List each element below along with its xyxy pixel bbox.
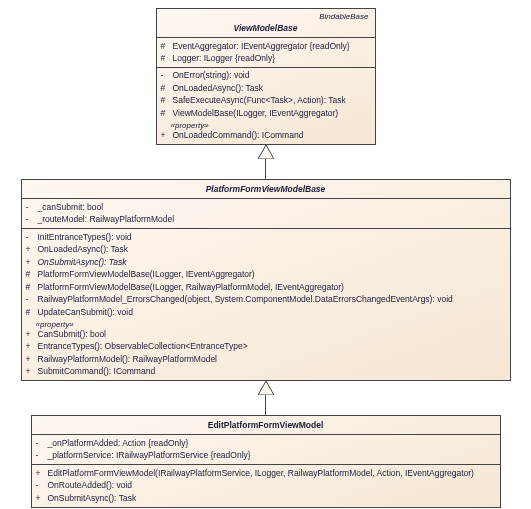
methods-compartment: +EditPlatformFormViewModel(IRailwayPlatf… — [32, 464, 500, 506]
method-row: #UpdateCanSubmit(): void — [22, 306, 510, 318]
visibility: - — [36, 480, 48, 491]
method: OnSubmitAsync(): Task — [48, 493, 496, 504]
property-row: +EntranceTypes(): ObservableCollection<E… — [22, 341, 510, 353]
class-editplatformformviewmodel: EditPlatformFormViewModel -_onPlatformAd… — [31, 415, 501, 507]
property-stereotype: «property» — [157, 120, 375, 130]
visibility: - — [26, 232, 38, 243]
field: EventAggregator: IEventAggregator {readO… — [173, 41, 371, 52]
methods-compartment: -OnError(string): void #OnLoadedAsync():… — [157, 67, 375, 144]
visibility: + — [26, 354, 38, 365]
field-row: -_routeModel: RailwayPlatformModel — [22, 214, 510, 226]
visibility: + — [36, 493, 48, 504]
property: EntranceTypes(): ObservableCollection<En… — [38, 341, 506, 352]
method: OnLoadedAsync(): Task — [173, 83, 371, 94]
fields-compartment: #EventAggregator: IEventAggregator {read… — [157, 37, 375, 67]
visibility: - — [161, 70, 173, 81]
visibility: - — [26, 214, 38, 225]
connector-line — [265, 395, 266, 415]
visibility: + — [36, 468, 48, 479]
visibility: + — [26, 257, 38, 268]
visibility: - — [26, 294, 38, 305]
method: PlatformFormViewModelBase(ILogger, IEven… — [38, 269, 506, 280]
field: _canSubmit: bool — [38, 202, 506, 213]
property: RailwayPlatformModel(): RailwayPlatformM… — [38, 354, 506, 365]
visibility: # — [26, 269, 38, 280]
method-row: +OnLoadedAsync(): Task — [22, 244, 510, 256]
visibility: + — [26, 244, 38, 255]
method: ViewModelBase(ILogger, IEventAggregator) — [173, 108, 371, 119]
field-row: -_onPlatformAdded: Action {readOnly} — [32, 437, 500, 449]
visibility: - — [36, 450, 48, 461]
visibility: + — [161, 130, 173, 141]
arrowhead-icon — [258, 381, 274, 395]
property: OnLoadedCommand(): ICommand — [173, 130, 371, 141]
method: RailwayPlatformModel_ErrorsChanged(objec… — [38, 294, 506, 305]
visibility: # — [26, 282, 38, 293]
method-row: #PlatformFormViewModelBase(ILogger, IEve… — [22, 269, 510, 281]
visibility: # — [161, 108, 173, 119]
property: CanSubmit(): bool — [38, 329, 506, 340]
method-row: +OnSubmitAsync(): Task — [22, 256, 510, 268]
visibility: # — [26, 307, 38, 318]
field-row: #EventAggregator: IEventAggregator {read… — [157, 40, 375, 52]
svg-marker-0 — [258, 145, 274, 159]
fields-compartment: -_onPlatformAdded: Action {readOnly} -_p… — [32, 434, 500, 464]
method: EditPlatformFormViewModel(IRailwayPlatfo… — [48, 468, 496, 479]
title-compartment: EditPlatformFormViewModel — [32, 416, 500, 434]
title-compartment: PlatformFormViewModelBase — [22, 180, 510, 198]
method-row: -InitEntranceTypes(): void — [22, 231, 510, 243]
class-viewmodelbase: BindableBase ViewModelBase #EventAggrega… — [156, 8, 376, 145]
visibility: # — [161, 41, 173, 52]
fields-compartment: -_canSubmit: bool -_routeModel: RailwayP… — [22, 198, 510, 228]
visibility: - — [26, 202, 38, 213]
property-row: +CanSubmit(): bool — [22, 329, 510, 341]
field: _platformService: IRailwayPlatformServic… — [48, 450, 496, 461]
field-row: #Logger: ILogger {readOnly} — [157, 52, 375, 64]
class-name: ViewModelBase — [157, 21, 375, 35]
method-row: #OnLoadedAsync(): Task — [157, 82, 375, 94]
field: _onPlatformAdded: Action {readOnly} — [48, 438, 496, 449]
method: OnRouteAdded(): void — [48, 480, 496, 491]
method-row: #ViewModelBase(ILogger, IEventAggregator… — [157, 107, 375, 119]
method: InitEntranceTypes(): void — [38, 232, 506, 243]
visibility: + — [26, 341, 38, 352]
title-compartment: BindableBase ViewModelBase — [157, 9, 375, 37]
stereotype-top: BindableBase — [157, 11, 375, 21]
property: SubmitCommand(): ICommand — [38, 366, 506, 377]
field: Logger: ILogger {readOnly} — [173, 53, 371, 64]
method-row: +EditPlatformFormViewModel(IRailwayPlatf… — [32, 467, 500, 479]
visibility: # — [161, 95, 173, 106]
generalization-arrow — [8, 381, 523, 415]
method: SafeExecuteAsync(Func<Task>, Action): Ta… — [173, 95, 371, 106]
method-row: +OnSubmitAsync(): Task — [32, 492, 500, 504]
field-row: -_canSubmit: bool — [22, 201, 510, 213]
visibility: + — [26, 366, 38, 377]
visibility: # — [161, 83, 173, 94]
property-row: +RailwayPlatformModel(): RailwayPlatform… — [22, 353, 510, 365]
methods-compartment: -InitEntranceTypes(): void +OnLoadedAsyn… — [22, 228, 510, 380]
visibility: + — [26, 329, 38, 340]
method: OnLoadedAsync(): Task — [38, 244, 506, 255]
visibility: # — [161, 53, 173, 64]
class-name: EditPlatformFormViewModel — [32, 418, 500, 432]
method-row: -OnRouteAdded(): void — [32, 480, 500, 492]
connector-line — [265, 159, 266, 179]
method-row: -OnError(string): void — [157, 70, 375, 82]
generalization-arrow — [8, 145, 523, 179]
property-row: +SubmitCommand(): ICommand — [22, 366, 510, 378]
property-row: +OnLoadedCommand(): ICommand — [157, 130, 375, 142]
method-row: -RailwayPlatformModel_ErrorsChanged(obje… — [22, 294, 510, 306]
field-row: -_platformService: IRailwayPlatformServi… — [32, 450, 500, 462]
method: OnError(string): void — [173, 70, 371, 81]
svg-marker-1 — [258, 381, 274, 395]
method-row: #PlatformFormViewModelBase(ILogger, Rail… — [22, 281, 510, 293]
property-stereotype: «property» — [22, 319, 510, 329]
field: _routeModel: RailwayPlatformModel — [38, 214, 506, 225]
class-name: PlatformFormViewModelBase — [22, 182, 510, 196]
method: PlatformFormViewModelBase(ILogger, Railw… — [38, 282, 506, 293]
method: OnSubmitAsync(): Task — [38, 257, 506, 268]
class-platformformviewmodelbase: PlatformFormViewModelBase -_canSubmit: b… — [21, 179, 511, 381]
method: UpdateCanSubmit(): void — [38, 307, 506, 318]
method-row: #SafeExecuteAsync(Func<Task>, Action): T… — [157, 95, 375, 107]
visibility: - — [36, 438, 48, 449]
